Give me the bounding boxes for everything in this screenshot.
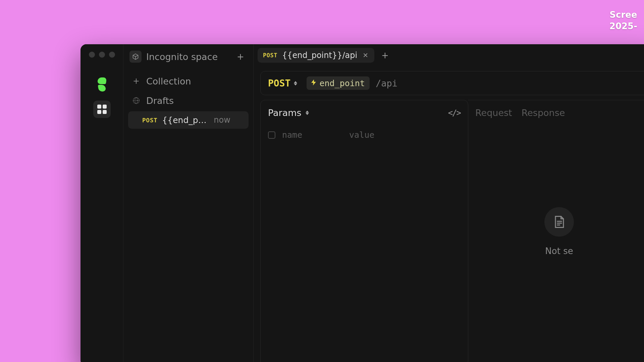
tab-title: {{end_point}}/api xyxy=(282,51,357,60)
workspace-name: Incognito space xyxy=(146,52,218,62)
new-tab-button[interactable]: + xyxy=(378,49,392,62)
plus-icon: + xyxy=(381,50,389,60)
tab-bar: POST {{end_point}}/api ✕ + xyxy=(254,44,644,66)
dropdown-arrows-icon xyxy=(294,81,297,85)
code-toggle-button[interactable]: </> xyxy=(448,108,461,118)
sidebar: Incognito space + + Collection Draf xyxy=(123,44,254,362)
window-minimize-button[interactable] xyxy=(99,52,105,58)
grid-icon xyxy=(97,105,107,114)
tab-method-badge: POST xyxy=(263,52,277,59)
draft-name: {{end_po... xyxy=(162,115,209,125)
params-selector[interactable]: Params xyxy=(268,108,309,118)
draft-item[interactable]: POST {{end_po... now xyxy=(128,111,249,129)
param-checkbox[interactable] xyxy=(268,131,275,139)
window-close-button[interactable] xyxy=(89,52,95,58)
drafts-label: Drafts xyxy=(146,96,174,106)
request-tab[interactable]: POST {{end_point}}/api ✕ xyxy=(258,48,374,63)
close-tab-button[interactable]: ✕ xyxy=(362,51,369,60)
main-area: POST {{end_point}}/api ✕ + POST end_po xyxy=(254,44,644,362)
content-split: Params </> Request xyxy=(260,100,644,362)
drafts-section[interactable]: Drafts xyxy=(128,92,249,109)
desktop-file-label[interactable]: Scree 2025- xyxy=(609,9,637,32)
method-label: POST xyxy=(268,78,290,89)
plus-icon: + xyxy=(237,52,244,62)
add-collection-button[interactable]: + Collection xyxy=(128,72,249,90)
empty-state: Not se xyxy=(475,105,643,358)
window-maximize-button[interactable] xyxy=(109,52,115,58)
workspace-selector[interactable]: Incognito space xyxy=(129,51,234,63)
variable-name: end_point xyxy=(319,78,365,88)
sidebar-header: Incognito space + xyxy=(123,47,253,66)
params-card: Params </> xyxy=(260,100,468,362)
window-controls xyxy=(89,52,115,58)
add-workspace-button[interactable]: + xyxy=(234,50,247,63)
app-logo[interactable] xyxy=(93,76,111,93)
desktop-file-line1: Scree xyxy=(609,9,637,21)
bolt-icon xyxy=(311,79,316,87)
sidebar-body: + Collection Drafts POST {{end_po... now xyxy=(123,66,253,135)
response-pane: Request Response Not se xyxy=(468,100,644,362)
param-row xyxy=(268,127,461,142)
logo-icon xyxy=(96,77,108,92)
method-badge: POST xyxy=(142,117,157,124)
nav-grid-button[interactable] xyxy=(93,101,111,118)
nav-rail xyxy=(80,44,123,362)
method-selector[interactable]: POST xyxy=(268,78,297,89)
param-value-input[interactable] xyxy=(349,130,410,140)
empty-state-icon xyxy=(544,207,574,237)
params-header: Params </> xyxy=(268,108,461,118)
url-variable-chip[interactable]: end_point xyxy=(307,76,369,90)
workspace-cube-icon xyxy=(129,51,142,63)
plus-icon: + xyxy=(132,77,140,85)
dropdown-arrows-icon xyxy=(306,111,309,115)
collection-label: Collection xyxy=(146,76,191,86)
desktop-file-line2: 2025- xyxy=(609,21,637,32)
globe-icon xyxy=(132,97,140,105)
empty-state-text: Not se xyxy=(545,246,573,256)
param-name-input[interactable] xyxy=(282,130,342,140)
params-title: Params xyxy=(268,108,302,118)
draft-time: now xyxy=(214,115,230,125)
url-suffix[interactable]: /api xyxy=(376,78,397,88)
request-bar: POST end_point /api xyxy=(260,71,644,95)
app-window: Incognito space + + Collection Draf xyxy=(80,44,644,362)
